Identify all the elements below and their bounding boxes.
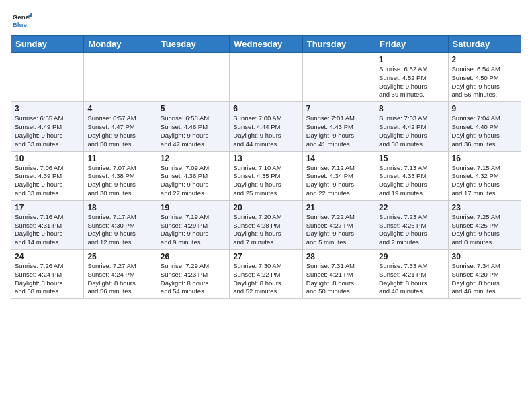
calendar-cell: 22Sunrise: 7:23 AM Sunset: 4:26 PM Dayli… <box>375 200 448 249</box>
calendar-cell: 27Sunrise: 7:30 AM Sunset: 4:22 PM Dayli… <box>230 250 302 299</box>
calendar-cell: 11Sunrise: 7:07 AM Sunset: 4:38 PM Dayli… <box>84 151 157 200</box>
day-info: Sunrise: 6:52 AM Sunset: 4:52 PM Dayligh… <box>379 65 444 99</box>
day-number: 30 <box>452 252 517 261</box>
page: General Blue SundayMondayTuesdayWednesda… <box>0 0 532 411</box>
day-number: 4 <box>87 104 152 113</box>
day-info: Sunrise: 7:16 AM Sunset: 4:31 PM Dayligh… <box>15 213 80 247</box>
day-info: Sunrise: 6:58 AM Sunset: 4:46 PM Dayligh… <box>161 114 226 148</box>
day-number: 22 <box>379 203 444 212</box>
calendar-cell: 20Sunrise: 7:20 AM Sunset: 4:28 PM Dayli… <box>230 200 302 249</box>
calendar-week-row: 17Sunrise: 7:16 AM Sunset: 4:31 PM Dayli… <box>11 200 521 249</box>
day-number: 9 <box>452 104 517 113</box>
logo-icon: General Blue <box>11 11 32 32</box>
day-info: Sunrise: 7:04 AM Sunset: 4:40 PM Dayligh… <box>452 114 517 148</box>
day-number: 12 <box>161 154 226 163</box>
day-info: Sunrise: 7:03 AM Sunset: 4:42 PM Dayligh… <box>379 114 444 148</box>
day-number: 16 <box>452 154 517 163</box>
day-number: 28 <box>306 252 371 261</box>
day-number: 27 <box>233 252 298 261</box>
calendar-table: SundayMondayTuesdayWednesdayThursdayFrid… <box>11 35 521 299</box>
day-info: Sunrise: 6:55 AM Sunset: 4:49 PM Dayligh… <box>15 114 80 148</box>
calendar-header-row: SundayMondayTuesdayWednesdayThursdayFrid… <box>11 36 521 53</box>
calendar-cell: 30Sunrise: 7:34 AM Sunset: 4:20 PM Dayli… <box>448 250 521 299</box>
calendar-cell: 28Sunrise: 7:31 AM Sunset: 4:21 PM Dayli… <box>302 250 375 299</box>
day-info: Sunrise: 7:01 AM Sunset: 4:43 PM Dayligh… <box>306 114 371 148</box>
calendar-cell: 13Sunrise: 7:10 AM Sunset: 4:35 PM Dayli… <box>230 151 302 200</box>
day-number: 20 <box>233 203 298 212</box>
weekday-header-wednesday: Wednesday <box>230 36 302 53</box>
day-number: 15 <box>379 154 444 163</box>
day-number: 10 <box>15 154 80 163</box>
calendar-cell: 1Sunrise: 6:52 AM Sunset: 4:52 PM Daylig… <box>375 53 448 102</box>
day-info: Sunrise: 7:07 AM Sunset: 4:38 PM Dayligh… <box>87 164 152 198</box>
day-info: Sunrise: 7:34 AM Sunset: 4:20 PM Dayligh… <box>452 262 517 296</box>
calendar-cell: 7Sunrise: 7:01 AM Sunset: 4:43 PM Daylig… <box>302 102 375 151</box>
day-number: 7 <box>306 104 371 113</box>
day-number: 6 <box>233 104 298 113</box>
day-number: 3 <box>15 104 80 113</box>
calendar-cell: 3Sunrise: 6:55 AM Sunset: 4:49 PM Daylig… <box>11 102 84 151</box>
calendar-cell: 16Sunrise: 7:15 AM Sunset: 4:32 PM Dayli… <box>448 151 521 200</box>
day-number: 13 <box>233 154 298 163</box>
day-info: Sunrise: 7:17 AM Sunset: 4:30 PM Dayligh… <box>87 213 152 247</box>
calendar-week-row: 10Sunrise: 7:06 AM Sunset: 4:39 PM Dayli… <box>11 151 521 200</box>
day-info: Sunrise: 7:30 AM Sunset: 4:22 PM Dayligh… <box>233 262 298 296</box>
svg-text:Blue: Blue <box>13 21 28 28</box>
day-number: 24 <box>15 252 80 261</box>
calendar-cell: 14Sunrise: 7:12 AM Sunset: 4:34 PM Dayli… <box>302 151 375 200</box>
calendar-cell <box>302 53 375 102</box>
day-info: Sunrise: 7:31 AM Sunset: 4:21 PM Dayligh… <box>306 262 371 296</box>
day-info: Sunrise: 7:10 AM Sunset: 4:35 PM Dayligh… <box>233 164 298 198</box>
day-number: 14 <box>306 154 371 163</box>
day-number: 26 <box>161 252 226 261</box>
calendar-cell: 4Sunrise: 6:57 AM Sunset: 4:47 PM Daylig… <box>84 102 157 151</box>
calendar-cell: 19Sunrise: 7:19 AM Sunset: 4:29 PM Dayli… <box>157 200 229 249</box>
day-info: Sunrise: 7:22 AM Sunset: 4:27 PM Dayligh… <box>306 213 371 247</box>
calendar-cell: 10Sunrise: 7:06 AM Sunset: 4:39 PM Dayli… <box>11 151 84 200</box>
calendar-cell: 18Sunrise: 7:17 AM Sunset: 4:30 PM Dayli… <box>84 200 157 249</box>
calendar-cell: 25Sunrise: 7:27 AM Sunset: 4:24 PM Dayli… <box>84 250 157 299</box>
day-number: 5 <box>161 104 226 113</box>
day-info: Sunrise: 7:33 AM Sunset: 4:21 PM Dayligh… <box>379 262 444 296</box>
header: General Blue <box>11 7 521 32</box>
calendar-cell: 5Sunrise: 6:58 AM Sunset: 4:46 PM Daylig… <box>157 102 229 151</box>
day-number: 11 <box>87 154 152 163</box>
calendar-cell: 23Sunrise: 7:25 AM Sunset: 4:25 PM Dayli… <box>448 200 521 249</box>
day-number: 23 <box>452 203 517 212</box>
day-number: 2 <box>452 55 517 64</box>
calendar-cell: 29Sunrise: 7:33 AM Sunset: 4:21 PM Dayli… <box>375 250 448 299</box>
logo: General Blue <box>11 11 35 32</box>
day-info: Sunrise: 7:19 AM Sunset: 4:29 PM Dayligh… <box>161 213 226 247</box>
day-info: Sunrise: 7:29 AM Sunset: 4:23 PM Dayligh… <box>161 262 226 296</box>
day-info: Sunrise: 7:12 AM Sunset: 4:34 PM Dayligh… <box>306 164 371 198</box>
day-number: 19 <box>161 203 226 212</box>
calendar-cell: 24Sunrise: 7:26 AM Sunset: 4:24 PM Dayli… <box>11 250 84 299</box>
weekday-header-saturday: Saturday <box>448 36 521 53</box>
day-number: 8 <box>379 104 444 113</box>
day-number: 21 <box>306 203 371 212</box>
calendar-cell: 15Sunrise: 7:13 AM Sunset: 4:33 PM Dayli… <box>375 151 448 200</box>
day-info: Sunrise: 7:23 AM Sunset: 4:26 PM Dayligh… <box>379 213 444 247</box>
calendar-cell: 17Sunrise: 7:16 AM Sunset: 4:31 PM Dayli… <box>11 200 84 249</box>
calendar-cell <box>11 53 84 102</box>
calendar-cell: 26Sunrise: 7:29 AM Sunset: 4:23 PM Dayli… <box>157 250 229 299</box>
day-info: Sunrise: 7:26 AM Sunset: 4:24 PM Dayligh… <box>15 262 80 296</box>
weekday-header-sunday: Sunday <box>11 36 84 53</box>
svg-text:General: General <box>13 13 32 21</box>
day-number: 18 <box>87 203 152 212</box>
day-info: Sunrise: 6:54 AM Sunset: 4:50 PM Dayligh… <box>452 65 517 99</box>
day-info: Sunrise: 7:13 AM Sunset: 4:33 PM Dayligh… <box>379 164 444 198</box>
weekday-header-monday: Monday <box>84 36 157 53</box>
day-info: Sunrise: 7:15 AM Sunset: 4:32 PM Dayligh… <box>452 164 517 198</box>
calendar-week-row: 3Sunrise: 6:55 AM Sunset: 4:49 PM Daylig… <box>11 102 521 151</box>
calendar-cell: 6Sunrise: 7:00 AM Sunset: 4:44 PM Daylig… <box>230 102 302 151</box>
calendar-cell <box>84 53 157 102</box>
calendar-cell: 21Sunrise: 7:22 AM Sunset: 4:27 PM Dayli… <box>302 200 375 249</box>
calendar-cell: 8Sunrise: 7:03 AM Sunset: 4:42 PM Daylig… <box>375 102 448 151</box>
calendar-week-row: 24Sunrise: 7:26 AM Sunset: 4:24 PM Dayli… <box>11 250 521 299</box>
day-info: Sunrise: 7:06 AM Sunset: 4:39 PM Dayligh… <box>15 164 80 198</box>
day-info: Sunrise: 7:20 AM Sunset: 4:28 PM Dayligh… <box>233 213 298 247</box>
calendar-week-row: 1Sunrise: 6:52 AM Sunset: 4:52 PM Daylig… <box>11 53 521 102</box>
weekday-header-friday: Friday <box>375 36 448 53</box>
weekday-header-tuesday: Tuesday <box>157 36 229 53</box>
